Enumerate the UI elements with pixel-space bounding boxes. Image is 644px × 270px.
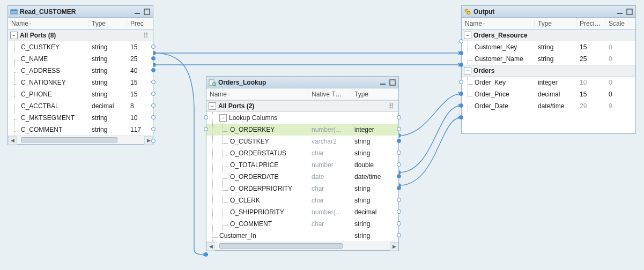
panel-titlebar[interactable]: Read_CUSTOMER [8, 6, 153, 18]
port-row[interactable]: Order_Datedate/time299 [462, 100, 635, 112]
port-row[interactable]: O_COMMENTcharstring [206, 218, 398, 230]
group-all-ports[interactable]: − All Ports (8) ⠿ [8, 29, 153, 41]
port-row[interactable]: Customer_Instring [206, 230, 398, 242]
scroll-thumb[interactable] [219, 243, 343, 249]
output-port[interactable] [151, 44, 156, 49]
port-name: O_ORDERPRIORITY [230, 185, 292, 192]
output-port[interactable] [397, 115, 401, 119]
drag-handle-icon[interactable]: ⠿ [389, 102, 398, 110]
output-port[interactable] [151, 115, 156, 119]
maximize-icon[interactable] [626, 8, 633, 16]
group-orders-resource[interactable]: − Orders_Resource [462, 29, 635, 41]
port-row[interactable]: C_NAMEstring25 [8, 53, 153, 65]
scroll-right-icon[interactable]: ▶ [390, 242, 398, 251]
port-row[interactable]: Customer_Keystring150 [462, 41, 635, 53]
panel-output[interactable]: Output Name◦ Type Preci… Scale − Orders_… [461, 5, 636, 134]
port-scale: 0 [605, 91, 635, 98]
minimize-icon[interactable] [379, 79, 387, 86]
output-port[interactable] [397, 221, 401, 226]
output-port[interactable] [151, 92, 156, 96]
port-row[interactable]: O_ORDERKEYnumber(…integer [206, 124, 398, 136]
port-row[interactable]: O_ORDERSTATUScharstring [206, 147, 398, 159]
port-row[interactable]: O_SHIPPRIORITYnumber(…decimal [206, 206, 398, 218]
output-port[interactable] [151, 103, 156, 108]
output-port[interactable] [397, 209, 401, 214]
scroll-thumb[interactable] [21, 137, 117, 142]
minimize-icon[interactable] [616, 8, 624, 16]
input-port[interactable] [459, 80, 463, 84]
collapse-icon[interactable]: − [464, 67, 471, 74]
output-port[interactable] [397, 174, 401, 178]
output-port[interactable] [397, 139, 401, 143]
output-port[interactable] [151, 127, 156, 131]
port-row[interactable]: Order_Keyinteger100 [462, 77, 635, 88]
panel-orders-lookup[interactable]: Orders_Lookup Name◦ Native T… Type − All… [206, 76, 399, 251]
scroll-left-icon[interactable]: ◀ [206, 242, 215, 251]
input-port[interactable] [459, 63, 463, 67]
output-port[interactable] [151, 139, 156, 143]
input-port[interactable] [204, 252, 208, 257]
output-port[interactable] [151, 56, 156, 61]
minimize-icon[interactable] [134, 8, 141, 16]
port-name: O_TOTALPRICE [230, 161, 278, 169]
group-all-ports[interactable]: − All Ports (2) ⠿ [206, 100, 398, 112]
output-port[interactable] [397, 198, 401, 202]
column-header[interactable]: Name◦ Type Preci… Scale [462, 18, 635, 29]
maximize-icon[interactable] [143, 8, 151, 16]
input-port[interactable] [459, 92, 463, 96]
output-port[interactable] [397, 233, 401, 237]
column-header[interactable]: Name◦ Native T… Type [206, 88, 398, 100]
group-orders[interactable]: − Orders [462, 65, 635, 77]
port-row[interactable]: O_ORDERPRIORITYcharstring [206, 183, 398, 194]
input-port[interactable] [459, 39, 463, 43]
port-row[interactable]: C_ACCTBALdecimal8 [8, 100, 153, 112]
port-row[interactable]: Customer_Namestring250 [462, 53, 635, 65]
port-type: double [351, 161, 398, 169]
port-row[interactable]: Order_Pricedecimal150 [462, 88, 635, 100]
collapse-icon[interactable]: − [209, 102, 216, 110]
port-row[interactable]: O_CLERKcharstring [206, 194, 398, 206]
output-port[interactable] [151, 68, 156, 72]
collapse-icon[interactable]: − [464, 32, 471, 39]
output-port[interactable] [397, 151, 401, 155]
output-port[interactable] [397, 186, 401, 190]
port-row[interactable]: C_ADDRESSstring40 [8, 65, 153, 77]
panel-titlebar[interactable]: Output [462, 6, 635, 18]
subgroup-lookup-columns[interactable]: − Lookup Columns [206, 112, 398, 124]
input-port[interactable] [204, 115, 208, 119]
panel-titlebar[interactable]: Orders_Lookup [206, 77, 398, 88]
port-row[interactable]: C_COMMENTstring117 [8, 124, 153, 136]
svg-rect-16 [617, 13, 623, 14]
port-name: C_NAME [21, 55, 48, 63]
port-name: Customer_In [219, 232, 256, 239]
drag-handle-icon[interactable]: ⠿ [143, 32, 153, 40]
output-port[interactable] [397, 127, 401, 131]
collapse-icon[interactable]: − [219, 114, 227, 122]
maximize-icon[interactable] [389, 79, 396, 86]
port-row[interactable]: O_TOTALPRICEnumberdouble [206, 159, 398, 171]
port-row[interactable]: C_MKTSEGMENTstring10 [8, 112, 153, 124]
port-type: integer [535, 79, 576, 86]
h-scrollbar[interactable]: ◀ ▶ [8, 136, 153, 144]
port-name: O_ORDERSTATUS [230, 149, 286, 157]
source-icon [10, 8, 18, 16]
column-header[interactable]: Name◦ Type Prec [8, 18, 153, 29]
sort-icon: ◦ [228, 92, 233, 97]
input-port[interactable] [459, 115, 463, 119]
input-port[interactable] [459, 103, 463, 108]
port-prec: 29 [576, 102, 605, 110]
scroll-left-icon[interactable]: ◀ [8, 136, 17, 145]
input-port[interactable] [204, 127, 208, 131]
input-port[interactable] [459, 51, 463, 55]
output-port[interactable] [151, 80, 156, 84]
h-scrollbar[interactable]: ◀ ▶ [206, 242, 398, 250]
port-row[interactable]: C_CUSTKEYstring15 [8, 41, 153, 53]
port-name: C_PHONE [21, 91, 52, 98]
port-row[interactable]: C_PHONEstring15 [8, 88, 153, 100]
port-row[interactable]: O_ORDERDATEdatedate/time [206, 171, 398, 183]
collapse-icon[interactable]: − [10, 32, 18, 39]
output-port[interactable] [397, 162, 401, 167]
port-row[interactable]: O_CUSTKEYvarchar2string [206, 136, 398, 147]
port-row[interactable]: C_NATIONKEYstring15 [8, 77, 153, 88]
panel-read-customer[interactable]: Read_CUSTOMER Name◦ Type Prec − All Port… [8, 5, 153, 145]
